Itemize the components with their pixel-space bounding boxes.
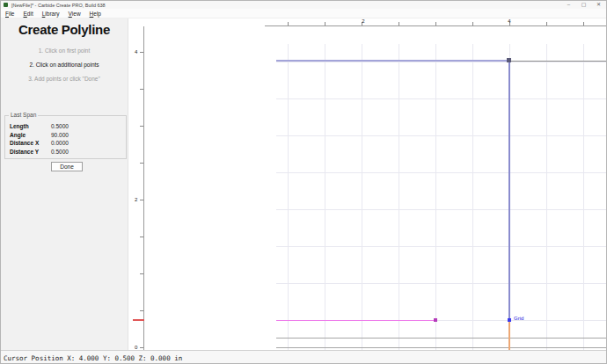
menu-file[interactable]: File [1,9,19,18]
panel-title: Create Polyline [1,22,128,37]
vertical-ruler: 4 2 0 [133,26,144,350]
polyline-segment-vertical [508,61,510,319]
drawing-canvas[interactable]: Grid 2 4 6 4 2 0 [133,18,607,350]
cursor-position-readout: Cursor Position X: 4.000 Y: 0.500 Z: 0.0… [4,354,182,362]
x-ruler-label-4: 4 [508,18,510,24]
minimize-button[interactable]: – [561,1,576,9]
menu-view-rest: iew [72,11,81,17]
length-label: Length [10,123,29,129]
last-span-row-distance-x: Distance X 0.0000 [10,140,120,148]
grid-snap-marker [508,318,511,322]
angle-value: 90.000 [51,132,69,138]
last-span-row-length: Length 0.5000 [10,123,120,131]
menu-library[interactable]: Library [38,9,64,18]
length-value: 0.5000 [51,123,69,129]
polyline-point-dot-upper [434,318,437,322]
distance-x-value: 0.0000 [51,140,69,146]
horizontal-ruler: 2 4 6 [265,18,607,26]
horizontal-ruler-ticks [265,22,607,25]
distance-y-label: Distance Y [10,149,39,155]
last-span-row-angle: Angle 90.000 [10,132,120,140]
window-controls: – ▢ ✕ [561,1,606,9]
step-3-instruction: 3. Add points or click "Done" [1,76,128,82]
app-window: [NewFile]* - Carbide Create PRO, Build 6… [0,0,607,364]
cursor-y-indicator [133,319,144,321]
horizontal-guide-line-1 [276,338,607,339]
menu-help-rest: elp [93,11,101,17]
status-bar: Cursor Position X: 4.000 Y: 0.500 Z: 0.0… [1,350,607,364]
vertical-ruler-ticks [140,26,143,350]
last-span-legend: Last Span [9,112,38,118]
angle-label: Angle [10,132,26,138]
distance-y-value: 0.5000 [51,149,69,155]
menu-bar: File Edit Library View Help [1,9,607,18]
last-span-row-distance-y: Distance Y 0.5000 [10,149,120,157]
menu-edit[interactable]: Edit [19,9,38,18]
step-1-instruction: 1. Click on first point [1,47,128,54]
menu-view[interactable]: View [64,9,85,18]
polyline-segment-horizontal [276,60,509,62]
menu-file-rest: ile [9,11,15,17]
menu-library-rest: ibrary [45,11,59,17]
grid-snap-label: Grid [514,316,523,321]
done-button[interactable]: Done [51,162,83,171]
create-polyline-panel: Create Polyline 1. Click on first point … [1,18,128,350]
window-title: [NewFile]* - Carbide Create PRO, Build 6… [11,3,106,8]
step-2-instruction: 2. Click on additional points [1,62,128,68]
distance-x-label: Distance X [10,140,39,146]
maximize-button[interactable]: ▢ [576,1,591,9]
rubber-band-line [276,320,435,321]
grid-horizontal-lines [276,62,607,358]
app-icon [4,3,8,7]
horizontal-guide-line-2 [276,347,607,348]
y-ruler-label-4: 4 [135,49,137,55]
y-ruler-label-2: 2 [135,197,137,202]
close-button[interactable]: ✕ [591,1,606,9]
polyline-vertex-dot [507,58,511,62]
x-ruler-label-2: 2 [362,18,364,24]
menu-help[interactable]: Help [85,9,106,18]
menu-edit-rest: dit [27,11,33,17]
